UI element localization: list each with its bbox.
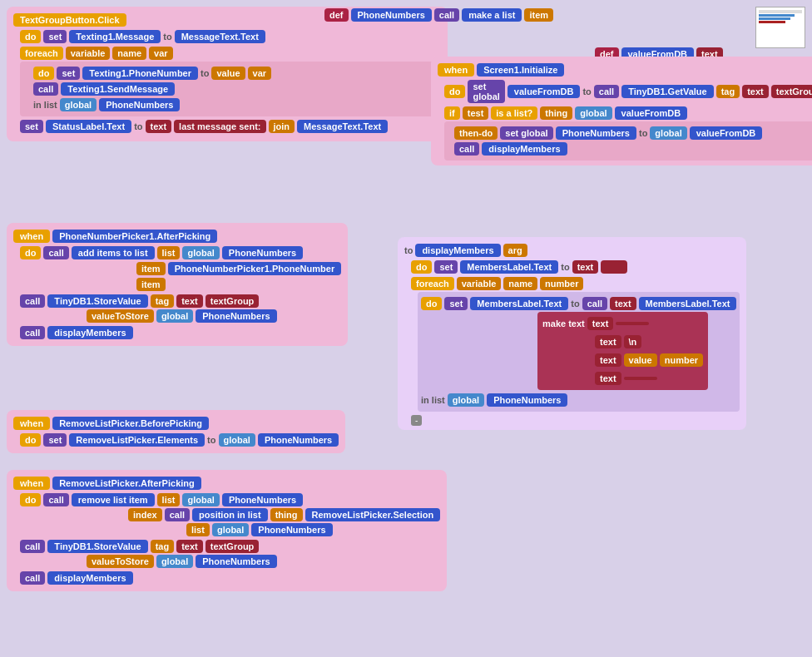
call-text-inner: call <box>582 297 607 310</box>
texting1-sendmessage-block: Texting1.SendMessage <box>61 82 175 96</box>
do-block-picker: do <box>20 246 41 259</box>
empty-text-block <box>601 260 627 274</box>
call-tinydb1-storevalue-1: call <box>20 294 45 308</box>
value-label: value <box>211 67 245 80</box>
text-label-1: text <box>146 120 172 133</box>
global-label-6: global <box>219 433 255 447</box>
do-block-after: do <box>20 493 41 506</box>
var-block-inner: var <box>248 67 272 80</box>
item-label-1: item <box>524 8 553 22</box>
valuetostore-label-1: valueToStore <box>87 309 154 323</box>
text-label-2: text <box>742 85 769 98</box>
call-position-in-list: call <box>165 508 190 521</box>
valuefromdb-block-2: valueFromDB <box>615 106 688 120</box>
make-text-label: make text <box>542 319 585 328</box>
list-label-2: list <box>157 493 181 506</box>
phonenumbers-def-block: PhoneNumbers <box>351 8 432 22</box>
displaymembers-block-1: displayMembers <box>482 142 567 156</box>
join-label: join <box>269 120 295 133</box>
add-items-to-list-block: add items to list <box>72 246 155 259</box>
global-label-5: global <box>448 393 484 407</box>
phonenumbers-block-3: PhoneNumbers <box>222 246 303 259</box>
do-block-display: do <box>411 260 432 274</box>
phonenumbers-block-2: PhoneNumbers <box>556 126 636 140</box>
call-displaymembers-1: call <box>454 142 479 156</box>
call-add-items: call <box>43 246 68 259</box>
call-tinydb1-storevalue-2: call <box>20 540 45 553</box>
set-removelistpicker-elements: set <box>43 433 67 447</box>
screen1-initialize-block: Screen1.Initialize <box>477 63 564 77</box>
phonenumbers-block-5: PhoneNumbers <box>487 393 567 407</box>
statuslabel-text-block: StatusLabel.Text <box>46 120 131 133</box>
index-label: index <box>128 508 162 521</box>
number-var-block: number <box>540 277 583 290</box>
phonenumbers-block-8: PhoneNumbers <box>251 523 332 536</box>
section-removelistpicker-before: when RemoveListPicker.BeforePicking do s… <box>7 410 345 453</box>
workspace: TextGroupButton.Click do set Texting1.Me… <box>0 0 812 657</box>
number-var-block-2: number <box>660 353 703 367</box>
item-label-2: item <box>136 262 166 275</box>
textgroup-block-2: textGroup <box>205 294 260 308</box>
call-texting1-sendmessage: call <box>33 82 58 96</box>
phonenumbers-block-6: PhoneNumbers <box>258 433 339 447</box>
text-label-10: text <box>176 540 203 553</box>
phonenumbers-block-1: PhoneNumbers <box>99 98 180 111</box>
when-screen1-init: when <box>438 63 474 77</box>
global-valuefromdb-block: global <box>650 126 686 140</box>
text-label-5: text <box>610 297 636 310</box>
thing-label-2: thing <box>270 508 303 521</box>
phonenumbers-block-7: PhoneNumbers <box>222 493 303 506</box>
tag-label-2: tag <box>151 294 175 308</box>
tinydb1-storevalue-block-1: TinyDB1.StoreValue <box>47 294 147 308</box>
text-label-4: text <box>572 260 599 274</box>
text-label-8: text <box>595 353 621 367</box>
when-phonenumberpicker: when <box>13 230 50 243</box>
set-texting1-phonenumber: set <box>57 67 80 80</box>
section-removelistpicker-after: when RemoveListPicker.AfterPicking do ca… <box>7 470 447 591</box>
do-block-inner: do <box>33 67 54 80</box>
arg-label: arg <box>503 244 527 257</box>
make-a-list-block: make a list <box>462 8 522 22</box>
removelistpicker-elements-block: RemoveListPicker.Elements <box>69 433 205 447</box>
tag-label-3: tag <box>151 540 175 553</box>
set-global-phonenumbers: set global <box>500 126 552 140</box>
text-label-7: text <box>595 335 621 348</box>
removelistpicker-afterpicking-block: RemoveListPicker.AfterPicking <box>52 477 201 490</box>
position-in-list-block: position in list <box>192 508 268 521</box>
do-block-1: do <box>20 30 41 43</box>
texting1-phonenumber-block: Texting1.PhoneNumber <box>82 67 198 80</box>
global-label-2: global <box>575 106 611 120</box>
then-do-label: then-do <box>454 126 498 140</box>
phonenumberpicker1-afterpicking-block: PhoneNumberPicker1.AfterPicking <box>52 230 217 243</box>
tag-label-1: tag <box>716 85 740 98</box>
texting1-message-block: Texting1.Message <box>69 30 161 43</box>
valuefromdb-block-3: valueFromDB <box>690 126 763 140</box>
item-label-3: item <box>136 278 166 291</box>
call-make-list: call <box>434 8 459 22</box>
remove-list-item-block: remove list item <box>72 493 155 506</box>
removelistpicker-selection-block: RemoveListPicker.Selection <box>305 508 441 521</box>
backslash-n-block: \n <box>624 335 642 348</box>
set-memberslabel-text: set <box>434 260 458 274</box>
do-block-before: do <box>20 433 41 447</box>
thing-label: thing <box>540 106 572 120</box>
empty-text-block-2 <box>624 377 657 380</box>
tinydb1-getvalue-block: TinyDB1.GetValue <box>621 85 714 98</box>
mini-preview <box>755 7 805 48</box>
section-screen1-initialize: when Screen1.Initialize do set global va… <box>431 57 812 165</box>
foreach-block-display: foreach <box>411 277 454 290</box>
variable-label: variable <box>66 47 111 60</box>
global-label-9: global <box>156 555 193 568</box>
section-displaymembers: to displayMembers arg do set MembersLabe… <box>398 237 746 430</box>
collapse-icon[interactable]: - <box>411 415 422 426</box>
name-label-2: name <box>503 277 537 290</box>
text-label-6: text <box>587 317 614 330</box>
global-label-4: global <box>156 309 193 323</box>
phonenumbers-block-9: PhoneNumbers <box>196 555 276 568</box>
do-block-display-inner: do <box>421 297 442 310</box>
section-phonenumbers: def PhoneNumbers call make a list item <box>324 7 553 23</box>
memberslabel-text-value <box>616 322 649 325</box>
set-memberslabel-inner: set <box>444 297 468 310</box>
tinydb1-storevalue-block-2: TinyDB1.StoreValue <box>47 540 147 553</box>
displaymembers-to-block: displayMembers <box>415 244 500 257</box>
